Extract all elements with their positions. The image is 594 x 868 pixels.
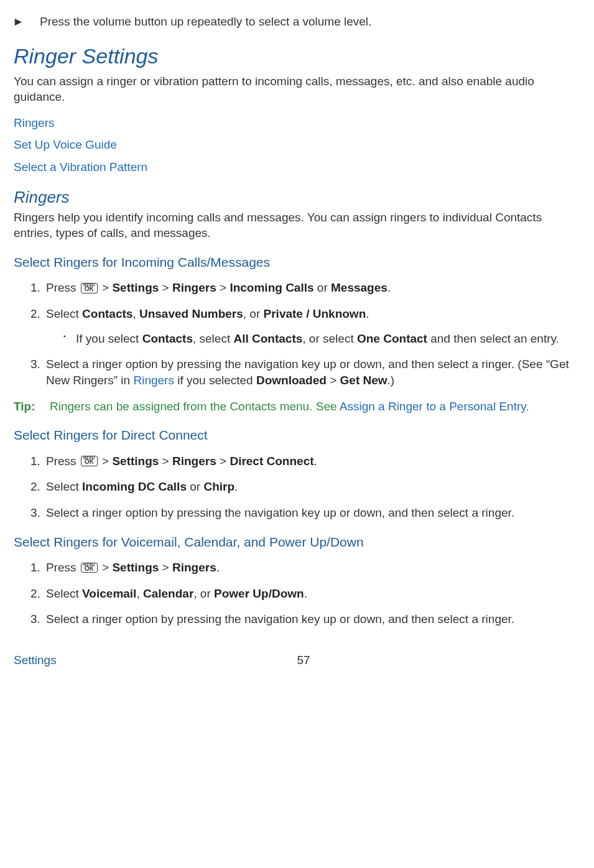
tip-label: Tip: xyxy=(14,399,50,415)
bold: One Contact xyxy=(357,332,427,345)
text: > xyxy=(159,455,172,468)
text: . xyxy=(234,480,238,493)
link-vibration[interactable]: Select a Vibration Pattern xyxy=(14,159,580,175)
text: > xyxy=(216,455,230,468)
ringer-settings-desc: You can assign a ringer or vibration pat… xyxy=(14,73,580,105)
bold: Power Up/Down xyxy=(214,587,304,600)
bold: Contacts xyxy=(142,332,193,345)
menu-ok-key-icon: MENUOK xyxy=(81,456,98,466)
list-item: Select Contacts, Unsaved Numbers, or Pri… xyxy=(44,306,580,346)
text: if you selected xyxy=(174,374,256,387)
heading-select-dc: Select Ringers for Direct Connect xyxy=(14,427,580,444)
text: , or xyxy=(193,587,214,600)
text: . xyxy=(216,561,220,574)
text: . xyxy=(526,400,529,413)
bold: Incoming DC Calls xyxy=(82,480,187,493)
list-item: Select a ringer option by pressing the n… xyxy=(44,611,580,627)
ringers-desc: Ringers help you identify incoming calls… xyxy=(14,210,580,241)
list-item: If you select Contacts, select All Conta… xyxy=(63,331,580,347)
text: , or select xyxy=(302,332,357,345)
text: and then select an entry. xyxy=(427,332,559,345)
bold: Chirp xyxy=(203,480,234,493)
sub-list: If you select Contacts, select All Conta… xyxy=(46,331,580,347)
text: > xyxy=(216,281,230,294)
text: . xyxy=(314,455,317,468)
bold: Incoming Calls xyxy=(230,281,313,294)
text: , select xyxy=(193,332,233,345)
text: Select xyxy=(46,480,82,493)
heading-ringers: Ringers xyxy=(14,187,580,208)
text: Press xyxy=(46,561,80,574)
text: , or xyxy=(243,307,264,320)
text: Press xyxy=(46,281,80,294)
list-voicemail-steps: Press MENUOK > Settings > Ringers. Selec… xyxy=(14,560,580,627)
list-item: Select Incoming DC Calls or Chirp. xyxy=(44,479,580,495)
text: > xyxy=(99,281,113,294)
list-dc-steps: Press MENUOK > Settings > Ringers > Dire… xyxy=(14,453,580,521)
heading-select-voicemail: Select Ringers for Voicemail, Calendar, … xyxy=(14,533,580,551)
text: , xyxy=(136,587,143,600)
bold: Messages xyxy=(331,281,387,294)
text: Select xyxy=(46,307,82,320)
list-item: Select a ringer option by pressing the n… xyxy=(44,356,580,388)
text: > xyxy=(99,561,113,574)
text: . xyxy=(387,281,391,294)
list-item: Press MENUOK > Settings > Ringers > Inco… xyxy=(44,280,580,296)
list-item: Press MENUOK > Settings > Ringers. xyxy=(44,560,580,576)
text: , xyxy=(132,307,139,320)
bold: Contacts xyxy=(82,307,132,320)
text: .) xyxy=(387,374,395,387)
link-voice-guide[interactable]: Set Up Voice Guide xyxy=(14,137,580,153)
heading-select-incoming: Select Ringers for Incoming Calls/Messag… xyxy=(14,254,580,271)
text: > xyxy=(159,561,172,574)
text: or xyxy=(187,480,203,493)
text: Press xyxy=(46,455,80,468)
tip-block: Tip: Ringers can be assigned from the Co… xyxy=(14,399,580,415)
bold: Settings xyxy=(112,561,159,574)
text: . xyxy=(366,307,369,320)
bold: Private / Unknown xyxy=(264,307,366,320)
tip-body: Ringers can be assigned from the Contact… xyxy=(50,399,529,415)
text: . xyxy=(304,587,307,600)
footer-section: Settings xyxy=(14,652,297,668)
link-ringers[interactable]: Ringers xyxy=(14,115,580,131)
triangle-icon: ► xyxy=(26,14,35,30)
heading-ringer-settings: Ringer Settings xyxy=(14,42,580,71)
bold: Settings xyxy=(112,281,159,294)
menu-ok-key-icon: MENUOK xyxy=(81,283,98,293)
link-ringers-inline[interactable]: Ringers xyxy=(133,374,174,387)
link-assign-ringer[interactable]: Assign a Ringer to a Personal Entry xyxy=(340,400,526,413)
text: Ringers can be assigned from the Contact… xyxy=(50,400,340,413)
bold: Ringers xyxy=(172,281,216,294)
text: > xyxy=(159,281,172,294)
list-incoming-steps: Press MENUOK > Settings > Ringers > Inco… xyxy=(14,280,580,388)
bold: Downloaded xyxy=(256,374,327,387)
bold: Voicemail xyxy=(82,587,136,600)
menu-ok-key-icon: MENUOK xyxy=(81,563,98,573)
list-item: Select a ringer option by pressing the n… xyxy=(44,505,580,521)
bold: Ringers xyxy=(172,455,216,468)
bold: Settings xyxy=(112,455,159,468)
text: If you select xyxy=(76,332,142,345)
bold: Calendar xyxy=(143,587,193,600)
top-instruction-text: Press the volume button up repeatedly to… xyxy=(40,15,371,28)
list-item: Select Voicemail, Calendar, or Power Up/… xyxy=(44,586,580,602)
bold: All Contacts xyxy=(233,332,302,345)
text: > xyxy=(99,455,113,468)
text: > xyxy=(327,374,340,387)
text: Select xyxy=(46,587,82,600)
bold: Direct Connect xyxy=(230,455,313,468)
top-instruction: ►Press the volume button up repeatedly t… xyxy=(14,14,580,30)
list-item: Press MENUOK > Settings > Ringers > Dire… xyxy=(44,453,580,469)
footer: Settings 57 xyxy=(14,652,580,668)
bold: Unsaved Numbers xyxy=(139,307,243,320)
bold: Ringers xyxy=(172,561,216,574)
footer-page: 57 xyxy=(297,652,310,668)
text: or xyxy=(314,281,331,294)
bold: Get New xyxy=(340,374,387,387)
